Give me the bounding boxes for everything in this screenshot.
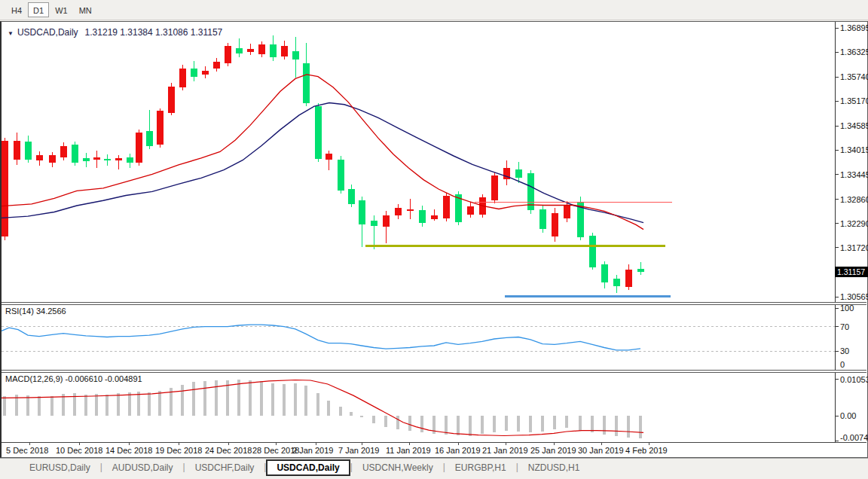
date-label: 10 Dec 2018 (56, 446, 102, 455)
date-tick-mark (601, 443, 602, 445)
date-tick-mark (179, 443, 179, 445)
date-tick-mark (79, 443, 80, 445)
timeframe-button-d1[interactable]: D1 (28, 2, 49, 17)
svg-text:0.00: 0.00 (840, 411, 856, 420)
svg-text:1.35170: 1.35170 (840, 96, 868, 105)
svg-text:1.30565: 1.30565 (840, 292, 868, 301)
macd-indicator-label: MACD(12,26,9) -0.006610 -0.004891 (5, 374, 142, 383)
rsi-indicator-label: RSI(14) 34.2566 (5, 307, 66, 316)
chart-tab-eurusd-daily[interactable]: EURUSD,Daily (20, 460, 100, 475)
svg-text:1.33445: 1.33445 (840, 170, 868, 179)
date-tick-mark (316, 443, 316, 445)
candles (2, 35, 644, 293)
date-tick-mark (129, 443, 130, 445)
svg-text:-0.007426: -0.007426 (840, 433, 868, 442)
date-tick-mark (409, 443, 410, 445)
svg-text:30: 30 (840, 346, 849, 355)
date-label: 11 Jan 2019 (386, 446, 431, 455)
date-tick-mark (276, 443, 277, 445)
timeframe-toolbar: H4D1W1MN (0, 0, 868, 20)
date-label: 24 Dec 2018 (205, 446, 252, 455)
svg-text:70: 70 (840, 322, 849, 331)
date-label: 19 Dec 2018 (155, 446, 202, 455)
date-label: 30 Jan 2019 (578, 446, 624, 455)
macd-axis: 0.0105310.00-0.007426 (835, 373, 868, 442)
timeframe-button-h4[interactable]: H4 (6, 2, 27, 17)
chart-window: ▼USDCAD,Daily1.31219 1.31384 1.31086 1.3… (0, 21, 868, 458)
date-tick-mark (506, 443, 506, 445)
chart-tab-usdchf-daily[interactable]: USDCHF,Daily (185, 460, 264, 475)
price-axis: 1.368951.363251.357401.351701.345851.340… (835, 22, 868, 302)
svg-text:1.35740: 1.35740 (840, 72, 868, 81)
timeframe-button-mn[interactable]: MN (74, 2, 97, 17)
timeframe-button-w1[interactable]: W1 (50, 2, 73, 17)
svg-text:1.32290: 1.32290 (840, 219, 868, 228)
date-tick-mark (228, 443, 229, 445)
date-label: 14 Dec 2018 (105, 446, 152, 455)
svg-text:1.31720: 1.31720 (840, 243, 868, 252)
rsi-line (2, 325, 640, 350)
svg-text:1.36895: 1.36895 (840, 23, 868, 32)
date-tick-mark (649, 443, 649, 445)
chart-title: ▼USDCAD,Daily1.31219 1.31384 1.31086 1.3… (8, 27, 222, 38)
chart-symbol-label: USDCAD,Daily (17, 27, 78, 38)
date-label: 2 Jan 2019 (292, 446, 333, 455)
current-price-badge: 1.31157 (835, 267, 868, 277)
date-label: 7 Jan 2019 (338, 446, 379, 455)
date-label: 5 Dec 2018 (6, 446, 48, 455)
svg-text:100: 100 (840, 304, 854, 313)
moving-average-fast-line (2, 75, 643, 230)
chart-tab-usdcad-daily[interactable]: USDCAD,Daily (266, 459, 350, 476)
chart-tab-nzdusd-h1[interactable]: NZDUSD,H1 (518, 460, 590, 475)
date-tick-mark (362, 443, 362, 445)
svg-text:0: 0 (840, 360, 845, 369)
date-tick-mark (458, 443, 459, 445)
chart-tab-eurgbp-h1[interactable]: EURGBP,H1 (445, 460, 516, 475)
chart-ohlc-values: 1.31219 1.31384 1.31086 1.31157 (85, 27, 223, 38)
date-label: 4 Feb 2019 (625, 446, 668, 455)
svg-text:1.32860: 1.32860 (840, 195, 868, 204)
date-label: 16 Jan 2019 (435, 446, 481, 455)
date-label: 25 Jan 2019 (530, 446, 576, 455)
moving-average-slow-line (2, 103, 643, 223)
time-axis[interactable]: 5 Dec 201810 Dec 201814 Dec 201819 Dec 2… (2, 442, 866, 459)
svg-text:1.34585: 1.34585 (840, 121, 868, 130)
chart-tab-audusd-daily[interactable]: AUDUSD,Daily (102, 460, 183, 475)
chart-tabs-bar: EURUSD,Daily|AUDUSD,Daily|USDCHF,Daily|U… (0, 458, 868, 479)
chart-tab-usdcnh-weekly[interactable]: USDCNH,Weekly (353, 460, 443, 475)
date-tick-mark (29, 443, 30, 445)
svg-text:0.010531: 0.010531 (840, 375, 868, 384)
rsi-pane-canvas[interactable]: 10070300 (2, 305, 868, 370)
macd-histogram (3, 380, 642, 438)
svg-text:1.36325: 1.36325 (840, 47, 868, 56)
date-tick-mark (554, 443, 555, 445)
price-chart-canvas[interactable]: 1.368951.363251.357401.351701.345851.340… (2, 22, 868, 302)
date-label: 21 Jan 2019 (482, 446, 528, 455)
svg-text:1.34015: 1.34015 (840, 145, 868, 154)
chart-menu-triangle-icon[interactable]: ▼ (8, 30, 14, 37)
